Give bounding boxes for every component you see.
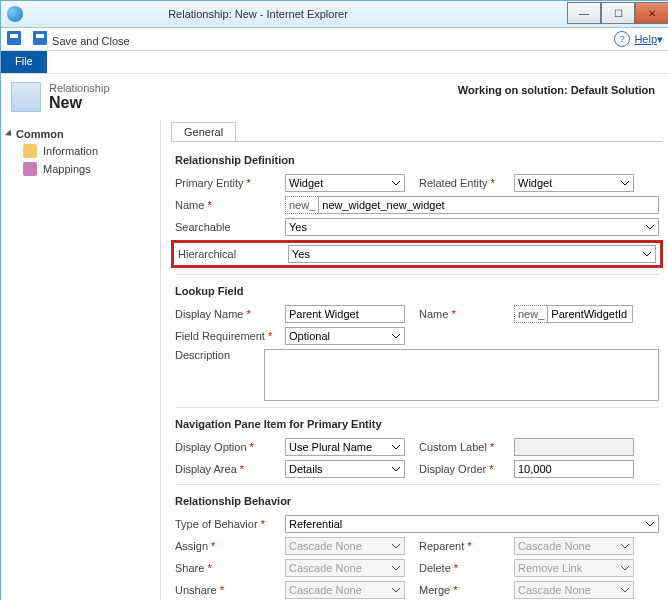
share-select: Cascade None xyxy=(285,559,405,577)
minimize-button[interactable]: — xyxy=(567,2,601,24)
form: Relationship Definition Primary Entity *… xyxy=(171,142,663,600)
record-name: New xyxy=(49,94,110,112)
header-row: Relationship New Working on solution: De… xyxy=(1,74,668,120)
merge-select: Cascade None xyxy=(514,581,634,599)
name-input[interactable] xyxy=(318,196,659,214)
label-related-entity: Related Entity * xyxy=(405,177,514,189)
save-and-close-button[interactable]: Save and Close xyxy=(33,31,130,47)
ie-icon xyxy=(7,6,23,22)
main-pane: General Relationship Definition Primary … xyxy=(161,120,668,600)
label-description: Description xyxy=(175,349,264,361)
maximize-button[interactable]: ☐ xyxy=(601,2,635,24)
label-lookup-name: Name * xyxy=(405,308,514,320)
unshare-select: Cascade None xyxy=(285,581,405,599)
display-name-input[interactable] xyxy=(285,305,405,323)
sidebar-item-information[interactable]: Information xyxy=(3,142,158,160)
relationship-icon xyxy=(11,82,41,112)
description-textarea[interactable] xyxy=(264,349,659,401)
label-name: Name * xyxy=(175,199,285,211)
name-prefix: new_ xyxy=(285,196,318,214)
display-option-select[interactable]: Use Plural Name xyxy=(285,438,405,456)
label-display-name: Display Name * xyxy=(175,308,285,320)
assign-select: Cascade None xyxy=(285,537,405,555)
label-share: Share * xyxy=(175,562,285,574)
field-requirement-select[interactable]: Optional xyxy=(285,327,405,345)
help-menu[interactable]: ?Help ▾ xyxy=(614,31,663,47)
lookup-name-input[interactable] xyxy=(547,305,633,323)
label-reparent: Reparent * xyxy=(405,540,514,552)
save-close-icon xyxy=(33,31,47,45)
titlebar: Relationship: New - Internet Explorer — … xyxy=(1,1,668,28)
sidebar-item-mappings[interactable]: Mappings xyxy=(3,160,158,178)
type-of-behavior-select[interactable]: Referential xyxy=(285,515,659,533)
solution-context: Working on solution: Default Solution xyxy=(444,74,668,120)
label-searchable: Searchable xyxy=(175,221,285,233)
sidebar-heading-common[interactable]: Common xyxy=(3,126,158,142)
save-button[interactable] xyxy=(7,31,23,47)
tabs: General xyxy=(171,122,663,142)
window-title: Relationship: New - Internet Explorer xyxy=(29,8,567,20)
label-display-option: Display Option * xyxy=(175,441,285,453)
toolbar: Save and Close ?Help ▾ xyxy=(1,28,668,51)
collapse-icon xyxy=(5,129,14,138)
tab-general[interactable]: General xyxy=(171,122,236,141)
label-display-order: Display Order * xyxy=(405,463,514,475)
window-controls: — ☐ ✕ xyxy=(567,4,668,24)
lookup-name-prefix: new_ xyxy=(514,305,547,323)
sidebar: Common Information Mappings xyxy=(1,120,161,600)
section-navigation-pane: Navigation Pane Item for Primary Entity xyxy=(175,407,659,434)
label-merge: Merge * xyxy=(405,584,514,596)
record-identity: Relationship New xyxy=(1,74,120,120)
label-primary-entity: Primary Entity * xyxy=(175,177,285,189)
section-relationship-definition: Relationship Definition xyxy=(175,150,659,170)
primary-entity-select[interactable]: Widget xyxy=(285,174,405,192)
display-order-input[interactable] xyxy=(514,460,634,478)
related-entity-select[interactable]: Widget xyxy=(514,174,634,192)
label-unshare: Unshare * xyxy=(175,584,285,596)
file-tab[interactable]: File xyxy=(1,51,47,73)
label-hierarchical: Hierarchical xyxy=(178,248,288,260)
searchable-select[interactable]: Yes xyxy=(285,218,659,236)
hierarchical-select[interactable]: Yes xyxy=(288,245,656,263)
label-custom-label: Custom Label * xyxy=(405,441,514,453)
save-icon xyxy=(7,31,21,45)
delete-select: Remove Link xyxy=(514,559,634,577)
info-icon xyxy=(23,144,37,158)
help-icon: ? xyxy=(614,31,630,47)
reparent-select: Cascade None xyxy=(514,537,634,555)
entity-label: Relationship xyxy=(49,82,110,94)
label-delete: Delete * xyxy=(405,562,514,574)
label-type-of-behavior: Type of Behavior * xyxy=(175,518,285,530)
hierarchical-highlight: Hierarchical Yes xyxy=(171,240,663,268)
close-button[interactable]: ✕ xyxy=(635,2,668,24)
app-window: Relationship: New - Internet Explorer — … xyxy=(0,0,668,600)
display-area-select[interactable]: Details xyxy=(285,460,405,478)
section-relationship-behavior: Relationship Behavior xyxy=(175,484,659,511)
label-field-requirement: Field Requirement * xyxy=(175,330,285,342)
label-assign: Assign * xyxy=(175,540,285,552)
label-display-area: Display Area * xyxy=(175,463,285,475)
custom-label-input xyxy=(514,438,634,456)
section-lookup-field: Lookup Field xyxy=(175,274,659,301)
ribbon: File xyxy=(1,51,668,74)
mappings-icon xyxy=(23,162,37,176)
